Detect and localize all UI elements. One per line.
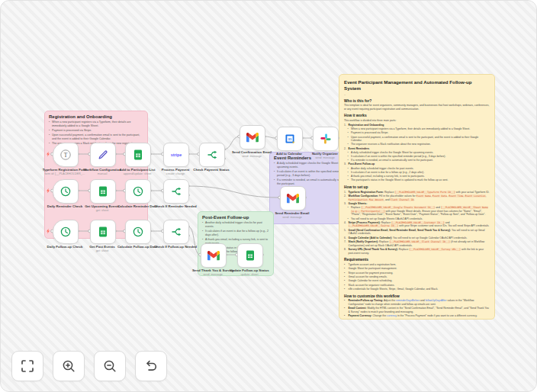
node-label: Update Follow-up Statusupdate: sheet	[227, 268, 272, 277]
stripe-icon: stripe	[170, 149, 182, 161]
node-calendar[interactable]: 31	[277, 127, 303, 151]
if-icon	[206, 149, 218, 161]
gcal-icon: 31	[284, 133, 296, 145]
svg-text:stripe: stripe	[171, 153, 182, 157]
node-subtitle: create: charge	[153, 172, 198, 176]
node-dailyrem[interactable]	[53, 179, 79, 204]
workflow-canvas[interactable]: Registration and OnboardingWhen a new pa…	[0, 0, 537, 392]
node-title: Check Payment Status	[188, 168, 234, 172]
node-label: Send Reminder Emailsend: message	[269, 211, 315, 220]
node-payment[interactable]: stripe	[163, 143, 189, 167]
node-title: Notify Organizer	[302, 152, 348, 156]
node-title: Update Follow-up Status	[227, 268, 272, 273]
node-calcrem[interactable]	[125, 179, 151, 204]
zoom-in-icon	[61, 358, 76, 374]
trigger-bolt-icon	[45, 151, 51, 157]
svg-text:T: T	[64, 152, 68, 159]
clock-icon	[59, 226, 72, 238]
if-icon	[170, 185, 182, 198]
slack-icon	[320, 133, 332, 145]
gmail-icon	[246, 131, 259, 143]
node-dailyfu[interactable]	[53, 220, 79, 244]
node-ifrem[interactable]	[163, 179, 189, 204]
if-icon	[170, 226, 182, 238]
connection-ifrem-to-rememail	[188, 186, 280, 198]
zoom-out-button[interactable]	[94, 351, 126, 381]
gmail-icon	[287, 192, 299, 204]
connection-confemail-to-calendar	[265, 137, 277, 138]
fit-view-icon	[20, 358, 35, 374]
node-calcfu[interactable]	[125, 220, 151, 244]
clock-icon	[59, 185, 72, 198]
sheets-icon	[97, 185, 109, 198]
node-typeform[interactable]: T	[53, 143, 79, 167]
node-title: Check If Reminder Needed	[153, 204, 198, 209]
node-rememail[interactable]	[280, 186, 306, 210]
undo-icon	[143, 358, 159, 374]
node-notify[interactable]	[313, 127, 339, 151]
node-subtitle: send: message	[269, 216, 315, 220]
node-addlist[interactable]	[125, 143, 151, 167]
node-subtitle: get: sheet	[79, 249, 125, 253]
clock-icon	[132, 185, 144, 198]
node-label: Check If Follow-up Needed	[153, 245, 198, 249]
node-paystatus[interactable]	[199, 143, 225, 167]
connection-iffu-to-thankyou	[188, 227, 201, 255]
node-title: Send Reminder Email	[269, 211, 315, 216]
zoom-out-icon	[102, 358, 117, 374]
node-subtitle: send: message	[302, 156, 348, 160]
node-config[interactable]	[90, 143, 116, 167]
undo-button[interactable]	[135, 351, 167, 381]
node-label: Check If Reminder Needed	[153, 204, 198, 209]
zoom-in-button[interactable]	[53, 351, 85, 381]
svg-text:31: 31	[288, 137, 292, 141]
node-subtitle: update: sheet	[227, 273, 272, 277]
node-thankyou[interactable]	[201, 243, 227, 268]
trigger-bolt-icon	[45, 228, 51, 234]
node-label: Notify Organizersend: message	[302, 152, 348, 160]
sheets-icon	[244, 249, 256, 262]
node-subtitle: get: sheet	[79, 209, 125, 213]
node-updatefu[interactable]	[237, 243, 263, 268]
typeform-icon: T	[59, 149, 72, 161]
clock-icon	[132, 226, 144, 238]
node-label: Check Payment Status	[188, 168, 234, 172]
node-getpast[interactable]	[90, 220, 116, 244]
node-iffu[interactable]	[163, 220, 189, 244]
gmail-icon	[207, 249, 220, 262]
fit-view-button[interactable]	[11, 351, 43, 381]
node-confemail[interactable]	[240, 125, 265, 149]
sheets-icon	[97, 226, 109, 238]
node-getupcoming[interactable]	[90, 179, 116, 204]
node-title: Check If Follow-up Needed	[153, 245, 198, 249]
sheets-icon	[132, 149, 144, 161]
pencil-icon	[97, 149, 109, 161]
connection-paystatus-to-confemail	[224, 137, 240, 149]
trigger-bolt-icon	[45, 188, 51, 194]
connections-layer	[1, 1, 536, 391]
